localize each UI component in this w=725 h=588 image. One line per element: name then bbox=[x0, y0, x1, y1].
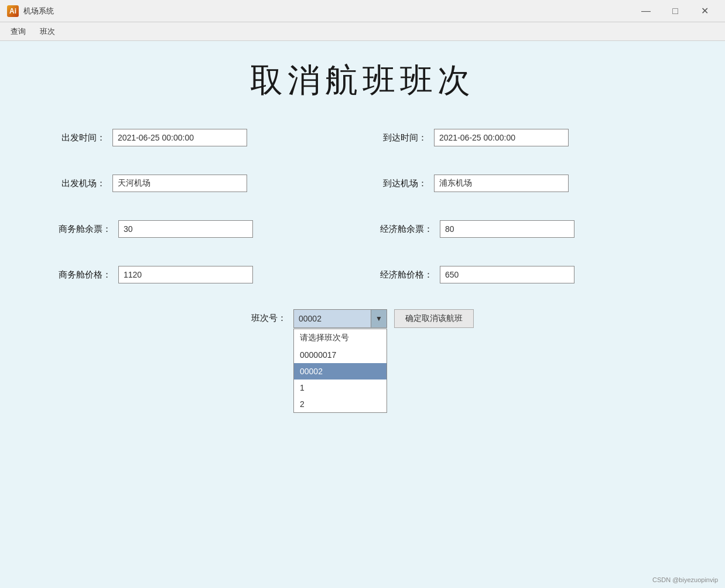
business-tickets-input[interactable] bbox=[118, 220, 253, 238]
economy-tickets-label: 经济舱余票： bbox=[380, 224, 433, 235]
confirm-cancel-button[interactable]: 确定取消该航班 bbox=[394, 309, 474, 328]
arrival-airport-label: 到达机场： bbox=[380, 178, 427, 189]
arrival-time-label: 到达时间： bbox=[380, 132, 427, 143]
business-price-label: 商务舱价格： bbox=[59, 269, 111, 281]
departure-time-input[interactable] bbox=[112, 129, 247, 146]
dropdown-option-1[interactable]: 1 bbox=[294, 380, 387, 396]
dropdown-menu: 请选择班次号 00000017 00002 1 2 bbox=[293, 329, 387, 413]
business-price-row: 商务舱价格： bbox=[59, 258, 345, 292]
menu-bar: 查询 班次 bbox=[0, 22, 725, 41]
main-content: 取消航班班次 出发时间： 到达时间： 出发机场： 到达机场： 商务舱余票： 经济… bbox=[0, 41, 725, 588]
title-bar: Ai 机场系统 — □ ✕ bbox=[0, 0, 725, 22]
dropdown-option-00000017[interactable]: 00000017 bbox=[294, 347, 387, 363]
business-tickets-label: 商务舱余票： bbox=[59, 224, 111, 235]
dropdown-option-2[interactable]: 2 bbox=[294, 396, 387, 412]
arrival-airport-input[interactable] bbox=[434, 175, 569, 192]
economy-price-label: 经济舱价格： bbox=[380, 269, 433, 281]
form-section: 出发时间： 到达时间： 出发机场： 到达机场： 商务舱余票： 经济舱余票： 商务… bbox=[23, 121, 702, 292]
page-title: 取消航班班次 bbox=[23, 59, 702, 103]
watermark: CSDN @biyezuopinvip bbox=[652, 576, 718, 583]
maximize-button[interactable]: □ bbox=[662, 2, 689, 20]
arrival-time-input[interactable] bbox=[434, 129, 569, 146]
close-button[interactable]: ✕ bbox=[691, 2, 718, 20]
departure-airport-row: 出发机场： bbox=[59, 166, 345, 200]
economy-price-input[interactable] bbox=[440, 266, 574, 283]
dropdown-option-placeholder[interactable]: 请选择班次号 bbox=[294, 329, 387, 347]
flight-number-select[interactable]: 请选择班次号 00000017 00002 1 2 bbox=[293, 309, 387, 328]
departure-airport-label: 出发机场： bbox=[59, 178, 105, 189]
economy-tickets-row: 经济舱余票： bbox=[380, 212, 666, 246]
economy-price-row: 经济舱价格： bbox=[380, 258, 666, 292]
title-bar-left: Ai 机场系统 bbox=[7, 5, 54, 17]
arrival-time-row: 到达时间： bbox=[380, 121, 666, 155]
flight-number-dropdown-wrapper: 请选择班次号 00000017 00002 1 2 ▼ 请选择班次号 00000… bbox=[293, 309, 387, 328]
economy-tickets-input[interactable] bbox=[440, 220, 574, 238]
dropdown-option-00002[interactable]: 00002 bbox=[294, 363, 387, 380]
app-icon: Ai bbox=[7, 5, 19, 17]
arrival-airport-row: 到达机场： bbox=[380, 166, 666, 200]
menu-item-flight[interactable]: 班次 bbox=[34, 24, 61, 39]
minimize-button[interactable]: — bbox=[632, 2, 659, 20]
flight-number-label: 班次号： bbox=[251, 313, 286, 324]
bottom-section: 班次号： 请选择班次号 00000017 00002 1 2 ▼ 请选择班次号 … bbox=[23, 309, 702, 328]
menu-item-query[interactable]: 查询 bbox=[5, 24, 32, 39]
departure-time-label: 出发时间： bbox=[59, 132, 105, 143]
window-controls: — □ ✕ bbox=[632, 2, 718, 20]
business-tickets-row: 商务舱余票： bbox=[59, 212, 345, 246]
departure-airport-input[interactable] bbox=[112, 175, 247, 192]
business-price-input[interactable] bbox=[118, 266, 253, 283]
window-title: 机场系统 bbox=[23, 6, 54, 16]
departure-time-row: 出发时间： bbox=[59, 121, 345, 155]
